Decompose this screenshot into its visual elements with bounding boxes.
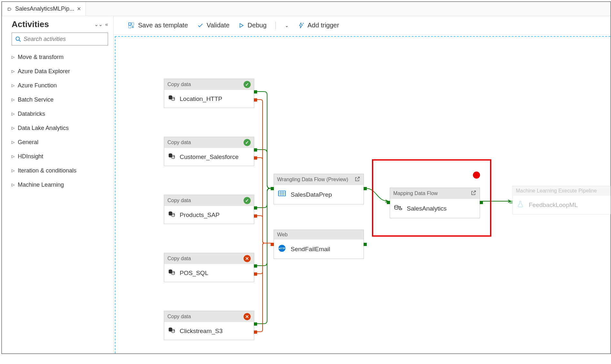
node-location-http[interactable]: Copy data✓ Location_HTTP bbox=[164, 79, 254, 108]
activities-panel: Activities ⌄⌄ « ▷Move & transform ▷Azure… bbox=[2, 16, 114, 353]
node-clickstream-s3[interactable]: Copy data✕ Clickstream_S3 bbox=[164, 311, 254, 340]
status-success-icon: ✓ bbox=[244, 81, 251, 88]
node-pos-sql[interactable]: Copy data✕ POS_SQL bbox=[164, 253, 254, 282]
node-products-sap[interactable]: Copy data✓ Products_SAP bbox=[164, 195, 254, 224]
search-input[interactable] bbox=[21, 35, 105, 43]
check-icon bbox=[197, 22, 204, 29]
save-template-button[interactable]: Save as template bbox=[128, 22, 188, 29]
category-hdinsight[interactable]: ▷HDInsight bbox=[12, 149, 108, 163]
flask-icon bbox=[516, 200, 524, 210]
open-link-icon[interactable] bbox=[355, 176, 360, 183]
separator bbox=[275, 22, 276, 29]
trigger-icon bbox=[298, 22, 304, 29]
pipeline-toolbar: Save as template Validate Debug ⌄ Add tr… bbox=[114, 16, 610, 35]
debug-dropdown[interactable]: ⌄ bbox=[285, 23, 289, 28]
category-move-transform[interactable]: ▷Move & transform bbox=[12, 50, 108, 64]
status-success-icon: ✓ bbox=[244, 139, 251, 146]
collapse-panel-icon[interactable]: « bbox=[105, 22, 108, 27]
database-icon bbox=[168, 269, 175, 277]
debug-button[interactable]: Debug bbox=[238, 22, 266, 29]
highlight-box bbox=[372, 159, 491, 237]
svg-rect-3 bbox=[132, 23, 134, 25]
highlight-dot bbox=[473, 172, 480, 179]
category-databricks[interactable]: ▷Databricks bbox=[12, 107, 108, 121]
category-machine-learning[interactable]: ▷Machine Learning bbox=[12, 178, 108, 192]
pipeline-icon: ⫐ bbox=[7, 5, 13, 12]
add-trigger-button[interactable]: Add trigger bbox=[298, 22, 339, 29]
database-icon bbox=[168, 327, 175, 335]
category-azure-data-explorer[interactable]: ▷Azure Data Explorer bbox=[12, 64, 108, 78]
tab-title: SalesAnalyticsMLPip... bbox=[15, 5, 74, 12]
svg-text:HTTP: HTTP bbox=[279, 247, 285, 250]
category-general[interactable]: ▷General bbox=[12, 135, 108, 149]
close-icon[interactable]: ✕ bbox=[77, 6, 81, 12]
node-feedback-loop-ml[interactable]: Machine Learning Execute Pipeline Feedba… bbox=[512, 186, 611, 214]
node-customer-salesforce[interactable]: Copy data✓ Customer_Salesforce bbox=[164, 137, 254, 166]
search-activities[interactable] bbox=[12, 33, 108, 45]
validate-button[interactable]: Validate bbox=[197, 22, 230, 29]
category-data-lake-analytics[interactable]: ▷Data Lake Analytics bbox=[12, 121, 108, 135]
pipeline-tab[interactable]: ⫐ SalesAnalyticsMLPip... ✕ bbox=[2, 2, 86, 16]
template-icon bbox=[128, 22, 135, 29]
category-iteration-conditionals[interactable]: ▷Iteration & conditionals bbox=[12, 163, 108, 178]
node-send-fail-email[interactable]: Web HTTPSendFailEmail bbox=[274, 230, 364, 259]
database-icon bbox=[168, 152, 175, 161]
status-fail-icon: ✕ bbox=[244, 255, 251, 262]
database-icon bbox=[168, 94, 175, 103]
expand-all-icon[interactable]: ⌄⌄ bbox=[94, 21, 103, 27]
svg-line-1 bbox=[19, 40, 21, 42]
svg-rect-2 bbox=[129, 23, 131, 25]
http-icon: HTTP bbox=[278, 244, 286, 254]
database-icon bbox=[168, 211, 175, 219]
play-icon bbox=[238, 23, 244, 28]
table-icon bbox=[278, 190, 286, 200]
search-icon bbox=[15, 36, 21, 42]
pipeline-canvas[interactable]: Copy data✓ Location_HTTP Copy data✓ Cust… bbox=[115, 36, 610, 353]
node-sales-data-prep[interactable]: Wrangling Data Flow (Preview) SalesDataP… bbox=[274, 174, 364, 204]
svg-rect-4 bbox=[129, 25, 131, 28]
activities-title: Activities bbox=[12, 19, 92, 29]
tab-bar: ⫐ SalesAnalyticsMLPip... ✕ bbox=[2, 2, 610, 16]
svg-point-0 bbox=[16, 37, 19, 40]
category-batch-service[interactable]: ▷Batch Service bbox=[12, 93, 108, 107]
category-azure-function[interactable]: ▷Azure Function bbox=[12, 78, 108, 93]
svg-rect-15 bbox=[278, 191, 285, 196]
status-success-icon: ✓ bbox=[244, 197, 251, 204]
status-fail-icon: ✕ bbox=[244, 313, 251, 320]
